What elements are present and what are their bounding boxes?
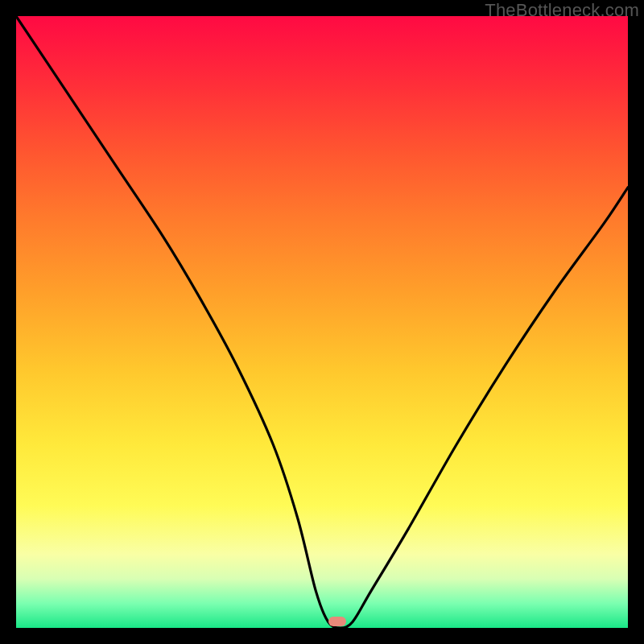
chart-frame: TheBottleneck.com	[0, 0, 644, 644]
plot-area	[16, 16, 628, 628]
optimal-point-marker	[328, 617, 346, 626]
watermark-text: TheBottleneck.com	[485, 0, 639, 21]
bottleneck-curve	[16, 16, 628, 628]
